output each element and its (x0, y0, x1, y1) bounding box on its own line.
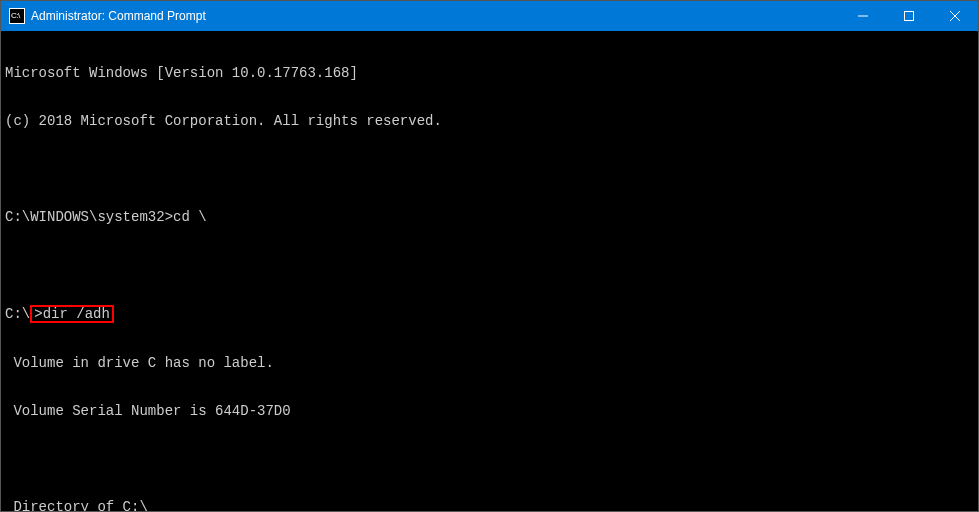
terminal-area[interactable]: Microsoft Windows [Version 10.0.17763.16… (1, 31, 978, 511)
maximize-icon (904, 11, 914, 21)
prompt-line-2: C:\>dir /adh (5, 305, 974, 323)
copyright-line: (c) 2018 Microsoft Corporation. All righ… (5, 113, 974, 129)
command-text: dir /adh (43, 306, 110, 322)
command-prompt-window: C:\ Administrator: Command Prompt Micros… (0, 0, 979, 512)
prompt-path: C:\WINDOWS\system32> (5, 209, 173, 225)
cmd-icon: C:\ (9, 8, 25, 24)
titlebar[interactable]: C:\ Administrator: Command Prompt (1, 1, 978, 31)
window-title: Administrator: Command Prompt (31, 9, 206, 23)
volume-label-line: Volume in drive C has no label. (5, 355, 974, 371)
maximize-button[interactable] (886, 1, 932, 31)
prompt-path: C:\ (5, 306, 30, 322)
svg-rect-1 (905, 12, 914, 21)
close-button[interactable] (932, 1, 978, 31)
prompt-line-1: C:\WINDOWS\system32>cd \ (5, 209, 974, 225)
volume-serial-line: Volume Serial Number is 644D-37D0 (5, 403, 974, 419)
version-line: Microsoft Windows [Version 10.0.17763.16… (5, 65, 974, 81)
command-text: cd \ (173, 209, 207, 225)
close-icon (950, 11, 960, 21)
minimize-button[interactable] (840, 1, 886, 31)
directory-of-line: Directory of C:\ (5, 499, 974, 511)
highlighted-command: >dir /adh (30, 305, 114, 323)
minimize-icon (858, 11, 868, 21)
